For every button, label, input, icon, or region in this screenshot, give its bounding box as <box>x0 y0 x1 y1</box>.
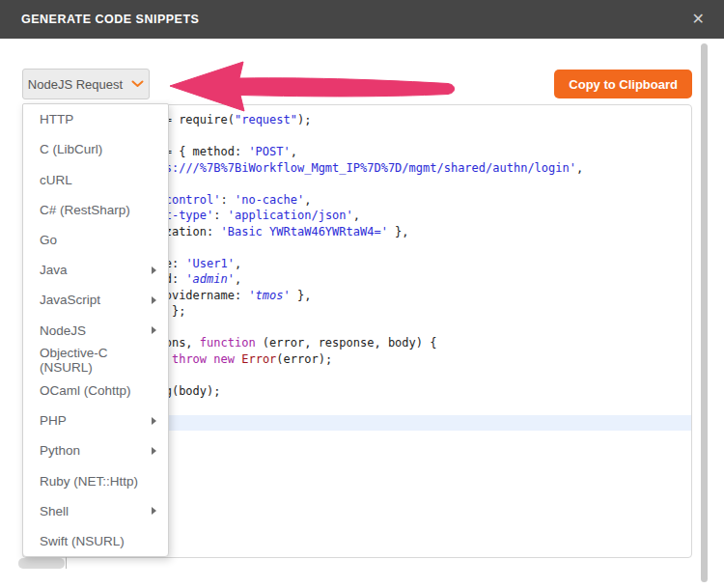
panel-corner-divider <box>66 557 67 569</box>
menu-item-go[interactable]: Go <box>23 225 168 255</box>
chevron-right-icon <box>152 507 156 515</box>
language-dropdown-menu: HTTPC (LibCurl)cURLC# (RestSharp)GoJavaJ… <box>22 103 169 557</box>
chevron-right-icon <box>152 266 156 274</box>
menu-item-java[interactable]: Java <box>23 255 168 285</box>
menu-item-ocaml-cohttp[interactable]: OCaml (Cohttp) <box>23 376 168 406</box>
language-selector-dropdown[interactable]: NodeJS Request <box>22 69 150 99</box>
menu-item-curl[interactable]: cURL <box>23 164 168 194</box>
menu-item-label: Go <box>40 233 57 247</box>
menu-item-label: OCaml (Cohttp) <box>40 383 131 398</box>
dialog-title: GENERATE CODE SNIPPETS <box>21 13 199 26</box>
menu-item-c-restsharp[interactable]: C# (RestSharp) <box>23 195 168 225</box>
vertical-scrollbar-thumb[interactable] <box>701 43 708 582</box>
menu-item-label: Objective-C (NSURL) <box>40 346 156 375</box>
menu-item-label: NodeJS <box>40 323 86 338</box>
menu-item-label: HTTP <box>40 112 73 126</box>
menu-item-nodejs[interactable]: NodeJS <box>23 315 168 345</box>
chevron-right-icon <box>152 326 156 334</box>
chevron-down-icon <box>131 80 144 88</box>
menu-item-label: PHP <box>40 413 67 428</box>
menu-item-javascript[interactable]: JavaScript <box>23 285 168 315</box>
horizontal-scrollbar-thumb[interactable] <box>18 558 65 569</box>
menu-item-shell[interactable]: Shell <box>23 496 168 526</box>
menu-item-http[interactable]: HTTP <box>23 104 168 134</box>
copy-to-clipboard-button[interactable]: Copy to Clipboard <box>554 70 692 98</box>
menu-item-python[interactable]: Python <box>23 435 168 465</box>
close-icon[interactable]: ✕ <box>686 8 710 31</box>
menu-item-label: cURL <box>40 173 72 187</box>
dialog-header: GENERATE CODE SNIPPETS ✕ <box>0 0 724 39</box>
menu-item-php[interactable]: PHP <box>23 406 168 435</box>
menu-item-label: Java <box>40 263 68 277</box>
menu-item-objective-c-nsurl[interactable]: Objective-C (NSURL) <box>23 346 168 376</box>
menu-item-label: Swift (NSURL) <box>40 534 125 548</box>
chevron-right-icon <box>152 417 156 425</box>
menu-item-label: C (LibCurl) <box>40 142 102 156</box>
menu-item-label: Python <box>40 443 80 458</box>
menu-item-ruby-net-http[interactable]: Ruby (NET::Http) <box>23 465 168 495</box>
chevron-right-icon <box>152 447 156 455</box>
menu-item-label: C# (RestSharp) <box>40 203 130 217</box>
language-selector-label: NodeJS Request <box>28 77 123 92</box>
menu-item-swift-nsurl[interactable]: Swift (NSURL) <box>23 526 168 556</box>
menu-item-label: JavaScript <box>40 293 100 307</box>
chevron-right-icon <box>152 296 156 304</box>
menu-item-c-libcurl[interactable]: C (LibCurl) <box>23 134 168 164</box>
menu-item-label: Shell <box>40 504 69 518</box>
menu-item-label: Ruby (NET::Http) <box>40 474 138 489</box>
